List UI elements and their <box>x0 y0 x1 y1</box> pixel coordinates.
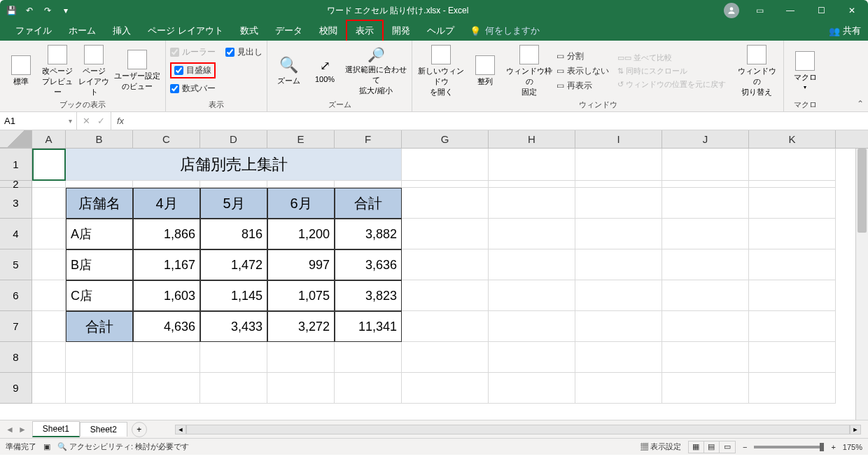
col-header-G[interactable]: G <box>402 130 489 148</box>
cell-I6[interactable] <box>575 280 662 311</box>
cell-H2[interactable] <box>489 181 575 188</box>
select-all-corner[interactable] <box>0 130 32 148</box>
zoom-selection-button[interactable]: 🔎選択範囲に合わせて 拡大/縮小 <box>344 46 407 96</box>
row-header-1[interactable]: 1 <box>0 149 32 181</box>
sheet-tab-1[interactable]: Sheet1 <box>32 421 80 437</box>
cell-J5[interactable] <box>662 249 749 280</box>
cell-J3[interactable] <box>662 188 749 219</box>
hscroll-left-icon[interactable]: ◄ <box>175 425 186 434</box>
cell-K4[interactable] <box>749 219 836 249</box>
cell-E9[interactable] <box>267 373 335 404</box>
cell-J7[interactable] <box>662 311 749 342</box>
tab-developer[interactable]: 開発 <box>384 21 419 41</box>
redo-icon[interactable]: ↷ <box>42 5 53 16</box>
cell-G8[interactable] <box>402 342 489 373</box>
row-header-6[interactable]: 6 <box>0 280 32 311</box>
sheet-tab-2[interactable]: Sheet2 <box>80 422 127 437</box>
arrange-all-button[interactable]: 整列 <box>468 55 502 87</box>
page-layout-status-icon[interactable]: ▤ <box>704 441 720 453</box>
page-break-status-icon[interactable]: ▭ <box>720 441 735 453</box>
cell-B3[interactable]: 店舗名 <box>66 188 133 219</box>
page-layout-view-button[interactable]: ページ レイアウト <box>77 45 111 97</box>
hscroll-right-icon[interactable]: ► <box>850 425 861 434</box>
cell-B2[interactable] <box>66 181 133 188</box>
new-sheet-button[interactable]: + <box>132 422 147 437</box>
cell-I8[interactable] <box>575 342 662 373</box>
cell-F5[interactable]: 3,636 <box>335 249 402 280</box>
cell-J4[interactable] <box>662 219 749 249</box>
cell-K2[interactable] <box>749 181 836 188</box>
cell-H5[interactable] <box>489 249 575 280</box>
cell-F2[interactable] <box>335 181 402 188</box>
cell-J9[interactable] <box>662 373 749 404</box>
tab-page-layout[interactable]: ページ レイアウト <box>139 21 232 41</box>
tab-file[interactable]: ファイル <box>7 21 60 41</box>
page-break-preview-button[interactable]: 改ページ プレビュー <box>41 45 74 97</box>
cell-H9[interactable] <box>489 373 575 404</box>
cell-E5[interactable]: 997 <box>267 249 335 280</box>
cell-D8[interactable] <box>200 342 267 373</box>
cell-H4[interactable] <box>489 219 575 249</box>
cell-B6[interactable]: C店 <box>66 280 133 311</box>
name-box-input[interactable] <box>4 116 60 126</box>
cell-K1[interactable] <box>749 149 836 181</box>
cell-I9[interactable] <box>575 373 662 404</box>
custom-views-button[interactable]: ユーザー設定 のビュー <box>113 50 161 92</box>
customize-qat-icon[interactable]: ▾ <box>60 5 71 16</box>
cell-D6[interactable]: 1,145 <box>200 280 267 311</box>
zoom-100-button[interactable]: ⤢100% <box>308 58 342 83</box>
cell-A7[interactable] <box>32 311 66 342</box>
cell-B5[interactable]: B店 <box>66 249 133 280</box>
accessibility-checker[interactable]: 🔍 アクセシビリティ: 検討が必要です <box>57 441 189 452</box>
formula-input[interactable] <box>124 116 868 126</box>
cell-A5[interactable] <box>32 249 66 280</box>
cell-K6[interactable] <box>749 280 836 311</box>
cell-F7[interactable]: 11,341 <box>335 311 402 342</box>
cell-G9[interactable] <box>402 373 489 404</box>
cell-I4[interactable] <box>575 219 662 249</box>
cell-C7[interactable]: 4,636 <box>133 311 200 342</box>
cell-C8[interactable] <box>133 342 200 373</box>
cell-C4[interactable]: 1,866 <box>133 219 200 249</box>
cell-G3[interactable] <box>402 188 489 219</box>
cell-C3[interactable]: 4月 <box>133 188 200 219</box>
cell-G1[interactable] <box>402 149 489 181</box>
display-settings-button[interactable]: ▦ 表示設定 <box>640 441 681 452</box>
row-header-5[interactable]: 5 <box>0 249 32 280</box>
row-header-3[interactable]: 3 <box>0 188 32 219</box>
cell-F4[interactable]: 3,882 <box>335 219 402 249</box>
cell-J2[interactable] <box>662 181 749 188</box>
cell-G6[interactable] <box>402 280 489 311</box>
col-header-E[interactable]: E <box>267 130 335 148</box>
cell-H1[interactable] <box>489 149 575 181</box>
cell-K3[interactable] <box>749 188 836 219</box>
cell-G4[interactable] <box>402 219 489 249</box>
col-header-C[interactable]: C <box>133 130 200 148</box>
row-header-7[interactable]: 7 <box>0 311 32 342</box>
col-header-J[interactable]: J <box>662 130 749 148</box>
cell-K8[interactable] <box>749 342 836 373</box>
tab-review[interactable]: 校閲 <box>311 21 346 41</box>
cell-C9[interactable] <box>133 373 200 404</box>
cell-K5[interactable] <box>749 249 836 280</box>
cell-E3[interactable]: 6月 <box>267 188 335 219</box>
macro-record-icon[interactable]: ▣ <box>43 442 50 451</box>
new-window-button[interactable]: 新しいウィンドウ を開く <box>416 45 465 97</box>
cell-D7[interactable]: 3,433 <box>200 311 267 342</box>
col-header-B[interactable]: B <box>66 130 133 148</box>
row-header-4[interactable]: 4 <box>0 219 32 249</box>
freeze-panes-button[interactable]: ウィンドウ枠の 固定 <box>505 45 554 97</box>
cell-A6[interactable] <box>32 280 66 311</box>
row-header-2[interactable]: 2 <box>0 181 32 188</box>
cell-B1[interactable]: 店舗別売上集計 <box>66 149 402 181</box>
normal-view-button[interactable]: 標準 <box>4 55 38 87</box>
tell-me-search[interactable]: 💡 何をしますか <box>470 25 540 37</box>
fx-icon[interactable]: fx <box>117 116 124 126</box>
cell-D3[interactable]: 5月 <box>200 188 267 219</box>
cell-D2[interactable] <box>200 181 267 188</box>
col-header-D[interactable]: D <box>200 130 267 148</box>
hscroll-track[interactable] <box>186 425 850 434</box>
horizontal-scrollbar[interactable]: ◄ ► <box>175 425 861 434</box>
sheet-nav-prev-icon[interactable]: ◄ <box>6 425 14 434</box>
cell-D9[interactable] <box>200 373 267 404</box>
